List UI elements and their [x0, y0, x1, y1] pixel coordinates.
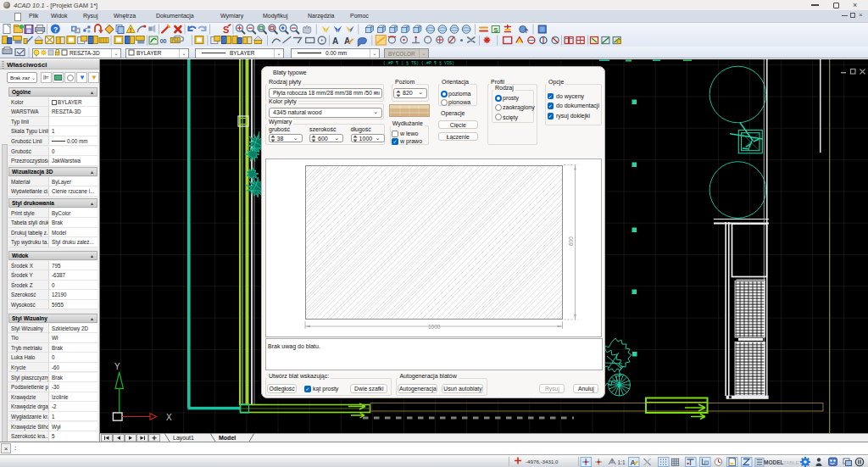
svg-text:A: A: [631, 459, 636, 467]
svg-text:-4976,-3431,0: -4976,-3431,0: [526, 459, 559, 464]
svg-text:1:1: 1:1: [618, 459, 626, 465]
svg-text:MODEL: MODEL: [764, 459, 784, 465]
svg-text:TABLET: TABLET: [783, 460, 803, 465]
